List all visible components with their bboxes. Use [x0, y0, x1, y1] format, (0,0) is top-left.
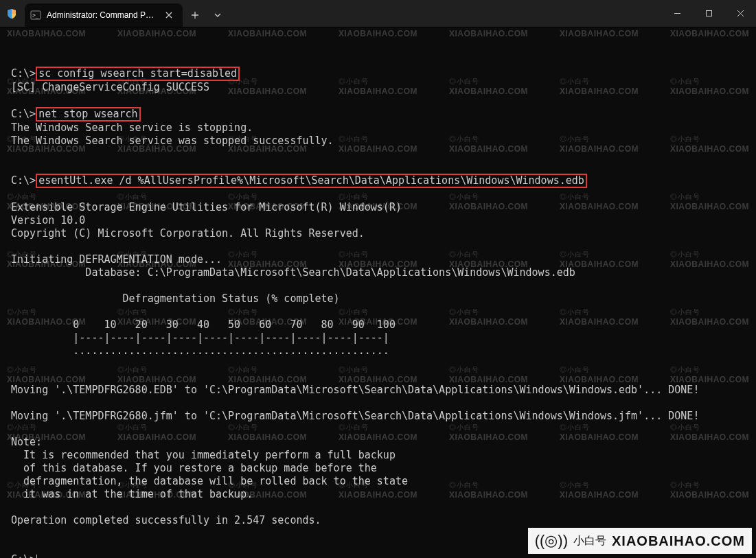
output-line: The Windows Search service is stopping. [11, 121, 253, 134]
watermark-badge: ((◎)) 小白号 XIAOBAIHAO.COM [528, 528, 752, 554]
maximize-icon [705, 10, 713, 17]
minimize-icon [674, 10, 681, 17]
output-line: Copyright (C) Microsoft Corporation. All… [11, 227, 365, 240]
output-line: Extensible Storage Engine Utilities for … [11, 201, 402, 213]
prompt: C:\> [11, 553, 36, 558]
close-icon [737, 10, 744, 17]
uac-shield-icon [0, 0, 23, 27]
tab-title: Administrator: Command Prompt [47, 10, 157, 20]
cmd-icon: >_ [30, 10, 41, 21]
prompt: C:\> [11, 174, 36, 187]
output-line: 0 10 20 30 40 50 60 70 80 90 100 [11, 318, 396, 331]
output-line: It is recommended that you immediately p… [11, 449, 396, 461]
watermark-en: XIAOBAIHAO.COM [612, 533, 745, 549]
output-line: |----|----|----|----|----|----|----|----… [11, 332, 389, 344]
output-line: Initiating DEFRAGMENTATION mode... [11, 253, 222, 266]
output-line: ........................................… [11, 345, 389, 357]
plus-icon [191, 11, 199, 19]
output-line: it was in at the time of that backup. [11, 488, 253, 500]
output-line: Operation completed successfully in 2.54… [11, 514, 321, 526]
tab-command-prompt[interactable]: >_ Administrator: Command Prompt [25, 3, 183, 27]
svg-rect-2 [706, 11, 711, 16]
output-line: Version 10.0 [11, 214, 85, 226]
output-line: defragmentation, the database will be ro… [11, 475, 408, 487]
output-line: [SC] ChangeServiceConfig SUCCESS [11, 81, 209, 93]
output-line: Defragmentation Status (% complete) [11, 292, 340, 305]
highlighted-command: net stop wsearch [36, 107, 141, 121]
cursor [36, 555, 37, 558]
broadcast-icon: ((◎)) [535, 532, 568, 550]
output-line: Note: [11, 436, 42, 448]
tab-close-button[interactable] [162, 8, 176, 22]
output-line: Moving '.\TEMPDFRG2680.jfm' to 'C:\Progr… [11, 410, 699, 422]
prompt: C:\> [11, 67, 36, 80]
tab-dropdown-button[interactable] [207, 3, 228, 27]
output-line: of this database. If you restore a backu… [11, 462, 377, 474]
output-line: Moving '.\TEMPDFRG2680.EDB' to 'C:\Progr… [11, 384, 699, 396]
titlebar[interactable]: >_ Administrator: Command Prompt [0, 0, 756, 27]
svg-text:>_: >_ [32, 12, 39, 19]
terminal-output[interactable]: C:\>sc config wsearch start=disabled [SC… [0, 27, 756, 558]
new-tab-button[interactable] [183, 3, 207, 27]
prompt: C:\> [11, 108, 36, 120]
highlighted-command: esentUtl.exe /d %AllUsersProfile%\Micros… [36, 174, 587, 188]
output-line: Database: C:\ProgramData\Microsoft\Searc… [11, 266, 575, 279]
watermark-cn: 小白号 [573, 534, 606, 548]
close-icon [165, 12, 172, 19]
close-window-button[interactable] [724, 0, 756, 27]
output-line: The Windows Search service was stopped s… [11, 135, 334, 147]
maximize-button[interactable] [693, 0, 724, 27]
highlighted-command: sc config wsearch start=disabled [36, 67, 240, 81]
titlebar-drag-area[interactable] [228, 0, 661, 27]
chevron-down-icon [214, 12, 221, 19]
minimize-button[interactable] [661, 0, 693, 27]
